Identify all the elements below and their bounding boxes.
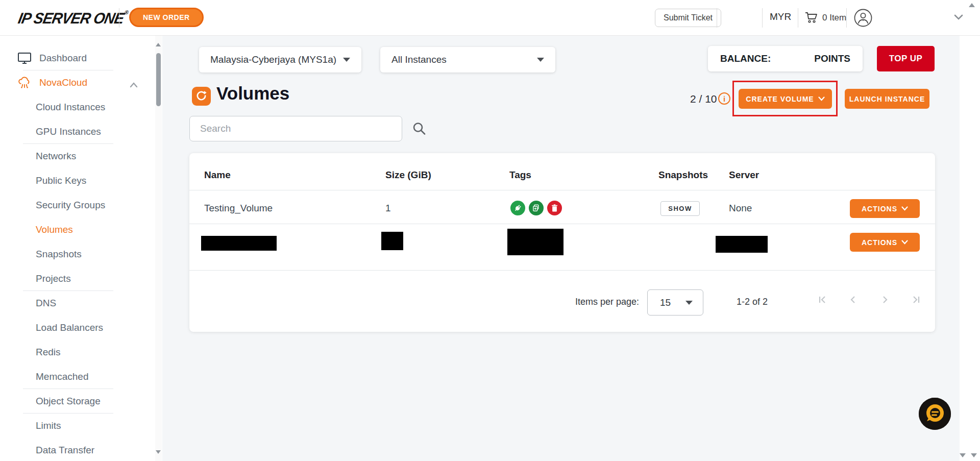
divider	[189, 270, 935, 271]
chat-bubble-icon	[919, 424, 951, 431]
sidebar-item-public-keys[interactable]: Public Keys	[0, 168, 162, 193]
actions-button[interactable]: ACTIONS	[850, 233, 920, 252]
sidebar-item-networks[interactable]: Networks	[0, 144, 162, 168]
sidebar-item-label: Snapshots	[36, 249, 82, 260]
region-dropdown[interactable]: Malaysia-Cyberjaya (MYS1a)	[199, 47, 361, 72]
logo-registered-mark: ®	[124, 9, 129, 15]
sidebar-item-dns[interactable]: DNS	[0, 291, 162, 316]
launch-instance-button[interactable]: LAUNCH INSTANCE	[845, 89, 929, 109]
sidebar-item-label: GPU Instances	[36, 126, 101, 137]
actions-button[interactable]: ACTIONS	[850, 199, 920, 218]
sidebar-item-security-groups[interactable]: Security Groups	[0, 193, 162, 217]
tag-buttons	[510, 201, 562, 215]
clone-copy-icon[interactable]	[529, 201, 544, 215]
cart-button[interactable]: 0 Item	[804, 9, 846, 27]
volume-size: 1	[385, 203, 391, 214]
page-title: Volumes	[216, 83, 289, 104]
divider	[846, 8, 847, 28]
new-order-button[interactable]: NEW ORDER	[129, 8, 204, 27]
logo-text: IP SERVER ONE	[17, 10, 126, 27]
search-input[interactable]	[189, 116, 402, 141]
search-icon[interactable]	[410, 120, 428, 138]
create-volume-button[interactable]: CREATE VOLUME	[739, 89, 832, 109]
balance-card: BALANCE: POINTS	[708, 46, 863, 71]
top-up-button[interactable]: TOP UP	[877, 46, 935, 71]
sidebar-item-object-storage[interactable]: Object Storage	[0, 389, 162, 414]
sidebar-item-label: Data Transfer	[36, 445, 94, 456]
sidebar-item-volumes[interactable]: Volumes	[0, 217, 162, 242]
actions-label: ACTIONS	[862, 205, 897, 213]
sidebar-item-label: Security Groups	[36, 200, 105, 211]
sidebar-item-data-transfer[interactable]: Data Transfer	[0, 438, 162, 461]
region-dropdown-value: Malaysia-Cyberjaya (MYS1a)	[210, 54, 336, 65]
sidebar-item-label: Limits	[36, 420, 61, 431]
volumes-table: Name Size (GiB) Tags Snapshots Server Te…	[189, 153, 935, 332]
sidebar-item-novacloud[interactable]: NovaCloud	[0, 70, 162, 95]
scrollbar-thumb[interactable]	[156, 53, 161, 106]
instances-dropdown-value: All Instances	[391, 54, 447, 65]
refresh-icon	[195, 90, 207, 103]
server-value: None	[729, 203, 752, 214]
delete-trash-icon[interactable]	[547, 201, 562, 215]
currency-selector[interactable]: MYR	[770, 11, 791, 22]
sidebar-item-label: Object Storage	[36, 396, 101, 407]
sidebar-item-label: Memcached	[36, 371, 89, 382]
sidebar-item-projects[interactable]: Projects	[0, 266, 162, 291]
column-header-tags: Tags	[509, 169, 531, 181]
divider	[189, 190, 935, 190]
last-page-icon[interactable]	[910, 294, 922, 306]
chevron-down-icon	[901, 240, 908, 245]
items-per-page-label: Items per page:	[575, 297, 639, 307]
show-snapshots-button[interactable]: SHOW	[660, 201, 700, 216]
scrollbar-up-arrow[interactable]	[156, 43, 161, 46]
instances-dropdown[interactable]: All Instances	[380, 47, 555, 72]
column-header-size: Size (GiB)	[385, 169, 431, 181]
volume-name: Testing_Volume	[204, 203, 273, 214]
attach-plug-icon[interactable]	[510, 201, 525, 215]
scrollbar-down-arrow[interactable]	[156, 450, 161, 454]
cloud-icon	[17, 76, 32, 90]
chevron-up-icon	[130, 79, 138, 90]
sidebar: Dashboard NovaCloud Cloud Instances GPU …	[0, 36, 162, 461]
caret-down-icon	[685, 301, 693, 305]
items-per-page-select[interactable]: 15	[647, 289, 703, 316]
chevron-down-icon	[818, 96, 825, 101]
info-icon[interactable]: i	[718, 92, 730, 105]
create-volume-label: CREATE VOLUME	[746, 95, 814, 103]
scrollbar-down-arrow[interactable]	[971, 453, 977, 457]
balance-label: BALANCE:	[720, 53, 771, 64]
column-header-server: Server	[729, 169, 759, 181]
next-page-icon[interactable]	[878, 294, 891, 306]
refresh-button[interactable]	[192, 87, 211, 106]
caret-down-icon	[537, 58, 544, 62]
submit-ticket-button[interactable]: Submit Ticket	[655, 9, 721, 27]
sidebar-item-label: Networks	[36, 151, 76, 162]
sidebar-item-snapshots[interactable]: Snapshots	[0, 242, 162, 266]
sidebar-item-load-balancers[interactable]: Load Balancers	[0, 316, 162, 340]
redacted-volume-size	[381, 232, 403, 250]
volume-usage-count: 2 / 10	[690, 93, 717, 105]
ipserverone-logo: IP SERVER ONE®	[17, 9, 130, 27]
actions-label: ACTIONS	[862, 238, 897, 247]
sidebar-item-limits[interactable]: Limits	[0, 414, 162, 438]
divider	[717, 8, 717, 28]
previous-page-icon[interactable]	[847, 294, 860, 306]
first-page-icon[interactable]	[817, 294, 829, 306]
redacted-volume-name	[201, 236, 277, 251]
sidebar-item-label: Redis	[36, 347, 61, 358]
scrollbar-up-arrow[interactable]	[969, 3, 975, 7]
topbar: IP SERVER ONE® NEW ORDER Submit Ticket M…	[0, 0, 980, 36]
sidebar-item-redis[interactable]: Redis	[0, 340, 162, 365]
sidebar-item-gpu-instances[interactable]: GPU Instances	[0, 119, 162, 144]
chat-widget-button[interactable]	[919, 398, 951, 430]
sidebar-item-dashboard[interactable]: Dashboard	[0, 46, 162, 70]
redacted-server	[716, 236, 768, 253]
user-avatar-icon[interactable]	[853, 8, 873, 30]
window-scrollbar-gutter	[960, 0, 980, 461]
sidebar-item-memcached[interactable]: Memcached	[0, 365, 162, 389]
points-label: POINTS	[814, 53, 850, 64]
sidebar-scrollbar[interactable]	[155, 36, 162, 461]
scrollbar-down-arrow[interactable]	[960, 453, 966, 457]
sidebar-item-cloud-instances[interactable]: Cloud Instances	[0, 95, 162, 119]
account-menu-chevron-down-icon[interactable]	[954, 13, 963, 22]
